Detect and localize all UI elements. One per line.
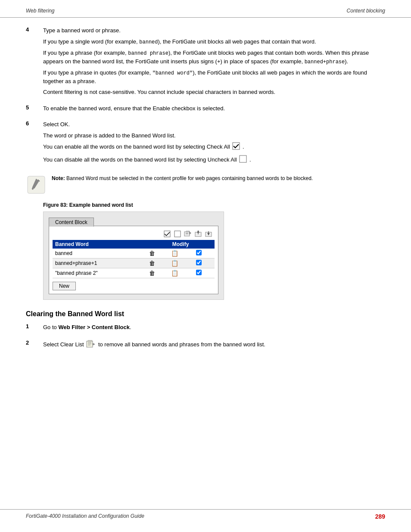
clearing-step-2-start: Select Clear List xyxy=(43,341,84,348)
clearing-step-1-number: 1 xyxy=(26,323,43,330)
content-block-inner: Banned Word Modify banned🗑📋banned+phrase… xyxy=(49,226,218,294)
step-5: 5 To enable the banned word, ensure that… xyxy=(26,104,385,115)
enable-cell[interactable] xyxy=(193,249,215,258)
step-5-content: To enable the banned word, ensure that t… xyxy=(43,104,385,115)
step-4-para1-text: If you type a single word (for example, xyxy=(43,38,139,45)
svg-rect-1 xyxy=(240,156,246,162)
step-4-number: 4 xyxy=(26,26,43,33)
svg-rect-15 xyxy=(87,341,93,347)
edit-icon[interactable]: 📋 xyxy=(171,260,178,267)
step-6-para3: You can disable all the words on the ban… xyxy=(43,155,385,165)
step-6-content: Select OK. The word or phrase is added t… xyxy=(43,120,385,168)
table-row: "banned phrase 2"🗑📋 xyxy=(53,268,215,278)
banned-word-cell: banned xyxy=(53,249,146,258)
step-6-number: 6 xyxy=(26,120,43,127)
clearing-step-1-text: Go to Web Filter > Content Block. xyxy=(43,323,385,332)
clearing-step-2-content: Select Clear List to remove al xyxy=(43,339,385,353)
new-button[interactable]: New xyxy=(53,282,76,290)
clearing-heading: Clearing the Banned Word list xyxy=(26,310,385,318)
delete-icon[interactable]: 🗑 xyxy=(149,250,155,257)
figure-image: Content Block xyxy=(43,212,224,300)
step-4-para2-code2: banned+phrase xyxy=(305,59,345,65)
note-label: Note: xyxy=(52,175,66,181)
enable-cell[interactable] xyxy=(193,258,215,268)
delete-icon[interactable]: 🗑 xyxy=(149,270,155,277)
clearing-step-2-end: to remove all banned words and phrases f… xyxy=(98,341,265,348)
step-4-para2: If you type a phrase (for example, banne… xyxy=(43,49,385,66)
enable-cell[interactable] xyxy=(193,268,215,278)
step-6-title: Select OK. xyxy=(43,120,385,129)
figure-container: Figure 83: Example banned word list Cont… xyxy=(26,202,385,300)
page-header: Web filtering Content blocking xyxy=(0,0,411,18)
step-6-para2-start: You can enable all the words on the bann… xyxy=(43,143,231,150)
footer-left: FortiGate-4000 Installation and Configur… xyxy=(26,513,144,520)
enable-checkbox[interactable] xyxy=(196,250,202,255)
delete-cell[interactable]: 🗑 xyxy=(146,258,168,268)
step-4-para3: If you type a phrase in quotes (for exam… xyxy=(43,68,385,86)
enable-checkbox[interactable] xyxy=(196,260,202,265)
step-4-para2-code: banned phrase xyxy=(128,50,168,56)
table-row: banned+phrase+1🗑📋 xyxy=(53,258,215,268)
delete-cell[interactable]: 🗑 xyxy=(146,268,168,278)
step-4-para1-end: ), the FortiGate unit blocks all web pag… xyxy=(158,38,316,45)
svg-point-3 xyxy=(32,189,34,190)
header-right: Content blocking xyxy=(347,8,385,14)
delete-icon[interactable]: 🗑 xyxy=(149,260,155,267)
step-5-number: 5 xyxy=(26,104,43,111)
clear-list-icon xyxy=(86,339,96,351)
note-box: Note: Banned Word must be selected in th… xyxy=(26,174,385,195)
uncheck-all-icon xyxy=(239,155,247,165)
step-4: 4 Type a banned word or phrase. If you t… xyxy=(26,26,385,99)
edit-cell[interactable]: 📋 xyxy=(168,268,193,278)
step-5-text: To enable the banned word, ensure that t… xyxy=(43,104,385,113)
note-body: Banned Word must be selected in the cont… xyxy=(66,175,313,181)
toolbar-check-icon[interactable] xyxy=(163,230,171,238)
clearing-section: Clearing the Banned Word list 1 Go to We… xyxy=(26,310,385,353)
step-4-title: Type a banned word or phrase. xyxy=(43,26,385,35)
edit-icon[interactable]: 📋 xyxy=(171,250,178,257)
step-4-para2-end2: ). xyxy=(345,58,348,65)
note-text: Note: Banned Word must be selected in th… xyxy=(52,174,313,182)
clearing-step-1-start: Go to xyxy=(43,324,58,330)
clearing-step-2: 2 Select Clear List xyxy=(26,339,385,353)
toolbar-uncheck-icon[interactable] xyxy=(173,230,182,238)
content-block-tab[interactable]: Content Block xyxy=(49,218,94,227)
step-6-para2: You can enable all the words on the bann… xyxy=(43,142,385,152)
edit-cell[interactable]: 📋 xyxy=(168,249,193,258)
enable-checkbox[interactable] xyxy=(196,270,202,275)
svg-rect-5 xyxy=(174,231,181,237)
check-all-icon xyxy=(232,142,240,152)
delete-cell[interactable]: 🗑 xyxy=(146,249,168,258)
edit-icon[interactable]: 📋 xyxy=(171,270,178,277)
page-footer: FortiGate-4000 Installation and Configur… xyxy=(0,509,411,523)
clearing-step-1: 1 Go to Web Filter > Content Block. xyxy=(26,323,385,334)
toolbar-clear-icon[interactable] xyxy=(184,230,192,238)
clearing-step-1-end: . xyxy=(130,324,131,330)
table-row: banned🗑📋 xyxy=(53,249,215,258)
step-4-para4: Content filtering is not case-sensitive.… xyxy=(43,88,385,96)
banned-table: Banned Word Modify banned🗑📋banned+phrase… xyxy=(53,240,215,278)
toolbar-upload-icon[interactable] xyxy=(194,230,202,238)
page: Web filtering Content blocking 4 Type a … xyxy=(0,0,411,532)
col-banned-word: Banned Word xyxy=(53,240,146,249)
clearing-step-1-bold: Web Filter > Content Block xyxy=(58,324,130,330)
step-4-para3-code: "banned word" xyxy=(153,70,193,76)
edit-cell[interactable]: 📋 xyxy=(168,258,193,268)
step-6-para3-end: . xyxy=(249,156,251,163)
clearing-step-1-content: Go to Web Filter > Content Block. xyxy=(43,323,385,334)
toolbar-download-icon[interactable] xyxy=(204,230,213,238)
header-left: Web filtering xyxy=(26,8,54,14)
step-4-para2-text: If you type a phrase (for example, xyxy=(43,50,128,56)
step-6-para1: The word or phrase is added to the Banne… xyxy=(43,131,385,140)
step-6-para2-end: . xyxy=(243,143,244,150)
note-icon xyxy=(26,174,47,195)
step-6: 6 Select OK. The word or phrase is added… xyxy=(26,120,385,168)
toolbar-row xyxy=(53,230,215,238)
step-4-para1: If you type a single word (for example, … xyxy=(43,37,385,46)
svg-rect-4 xyxy=(164,231,170,237)
main-content: 4 Type a banned word or phrase. If you t… xyxy=(0,26,411,384)
col-modify: Modify xyxy=(146,240,215,249)
clearing-step-2-text: Select Clear List to remove al xyxy=(43,339,385,351)
figure-caption: Figure 83: Example banned word list xyxy=(43,202,385,208)
footer-right: 289 xyxy=(375,513,385,520)
